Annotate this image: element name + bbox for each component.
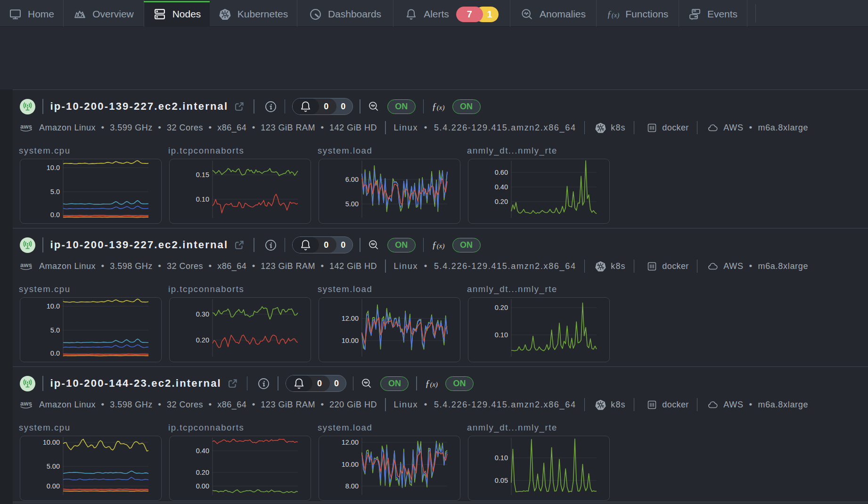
svg-text:10.0: 10.0	[47, 302, 60, 310]
svg-text:5.00: 5.00	[345, 200, 359, 208]
svg-text:0.20: 0.20	[196, 469, 209, 476]
svg-text:6.00: 6.00	[345, 176, 359, 183]
svg-text:8.00: 8.00	[345, 482, 359, 490]
svg-text:0.20: 0.20	[196, 336, 209, 344]
svg-text:5.0: 5.0	[50, 326, 60, 334]
svg-text:0.00: 0.00	[196, 482, 209, 490]
svg-text:0.20: 0.20	[495, 304, 508, 311]
svg-text:12.00: 12.00	[342, 439, 359, 446]
svg-text:0.0: 0.0	[50, 350, 60, 357]
svg-text:aws: aws	[20, 123, 32, 130]
svg-text:10.00: 10.00	[342, 461, 359, 468]
svg-text:0.40: 0.40	[196, 447, 209, 455]
svg-text:10.0: 10.0	[47, 164, 60, 171]
svg-text:5.0: 5.0	[50, 188, 60, 195]
svg-text:0.20: 0.20	[495, 198, 508, 205]
svg-text:0.10: 0.10	[196, 195, 209, 203]
svg-text:5.00: 5.00	[47, 463, 60, 470]
svg-text:0.10: 0.10	[495, 331, 508, 339]
svg-text:0.15: 0.15	[196, 171, 209, 179]
svg-text:10.00: 10.00	[43, 439, 60, 446]
svg-text:0.30: 0.30	[196, 310, 209, 318]
svg-text:aws: aws	[20, 261, 32, 268]
svg-text:0.00: 0.00	[47, 482, 60, 490]
svg-text:0.0: 0.0	[50, 211, 60, 219]
svg-text:aws: aws	[20, 400, 32, 407]
svg-text:0.60: 0.60	[495, 169, 508, 176]
svg-text:0.40: 0.40	[495, 183, 508, 191]
svg-text:0.10: 0.10	[495, 454, 508, 462]
svg-text:0.05: 0.05	[495, 477, 508, 484]
svg-text:12.00: 12.00	[342, 315, 359, 322]
svg-text:10.00: 10.00	[342, 337, 359, 344]
